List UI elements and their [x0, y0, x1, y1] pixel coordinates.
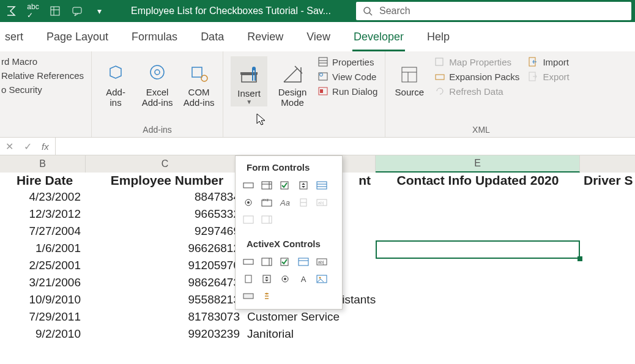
- fx-label[interactable]: fx: [42, 141, 49, 152]
- expansion-packs-button[interactable]: Expansion Packs: [434, 71, 519, 82]
- table-row[interactable]: 7/29/201181783073Customer Service: [0, 310, 635, 327]
- form-scrollbar-icon[interactable]: [297, 196, 310, 209]
- qat-customize-icon[interactable]: ▾: [92, 4, 106, 18]
- com-addins-button[interactable]: COM Add-ins: [182, 56, 215, 108]
- cell-hire-date[interactable]: 7/29/2011: [0, 310, 86, 327]
- cell-employee-number[interactable]: 9665332: [86, 207, 245, 224]
- cell-contact-info[interactable]: [376, 207, 580, 224]
- enter-formula-icon[interactable]: ✓: [18, 141, 37, 152]
- cell-employee-number[interactable]: 95588213: [86, 292, 245, 310]
- tab-formulas[interactable]: Formulas: [130, 27, 179, 51]
- cell-employee-number[interactable]: 98626473: [86, 275, 245, 292]
- cell-hire-date[interactable]: 9/2/2010: [0, 327, 86, 344]
- col-header-e[interactable]: E: [376, 155, 580, 173]
- form-label-icon[interactable]: Aa: [278, 196, 292, 209]
- cell-driver[interactable]: [580, 292, 635, 310]
- cell-driver[interactable]: [580, 258, 635, 275]
- ax-image-icon[interactable]: [315, 272, 329, 286]
- record-macro-button[interactable]: rd Macro: [1, 56, 84, 67]
- form-textfield-icon[interactable]: ab|: [315, 196, 329, 209]
- worksheet-grid[interactable]: B C E Hire Date Employee Number nt Conta…: [0, 155, 635, 344]
- ax-checkbox-icon[interactable]: [278, 255, 292, 269]
- excel-addins-button[interactable]: Excel Add-ins: [141, 56, 174, 108]
- cell-driver[interactable]: [580, 241, 635, 258]
- cell-hire-date[interactable]: 10/9/2010: [0, 292, 86, 310]
- ax-togglebutton-icon[interactable]: [242, 289, 255, 303]
- cell-employee-number[interactable]: 8847834: [86, 190, 245, 207]
- form-combo-list-icon[interactable]: [242, 213, 255, 226]
- design-mode-button[interactable]: Design Mode: [276, 56, 309, 108]
- cell-employee-number[interactable]: 96626812: [86, 241, 245, 258]
- form-groupbox-icon[interactable]: XYZ: [260, 196, 273, 209]
- col-header-c[interactable]: C: [86, 155, 245, 173]
- cell-driver[interactable]: [580, 207, 635, 224]
- refresh-data-button[interactable]: Refresh Data: [434, 86, 519, 97]
- tab-developer[interactable]: Developer: [352, 27, 405, 51]
- cell-driver[interactable]: [580, 275, 635, 292]
- comment-icon[interactable]: [70, 4, 84, 18]
- formula-input[interactable]: [55, 138, 635, 155]
- ax-optionbutton-icon[interactable]: [278, 272, 292, 286]
- map-properties-button[interactable]: Map Properties: [434, 56, 519, 67]
- cell-contact-info[interactable]: [376, 190, 580, 207]
- tab-help[interactable]: Help: [426, 27, 451, 51]
- cell-hire-date[interactable]: 2/25/2001: [0, 258, 86, 275]
- ax-spinbutton-icon[interactable]: [260, 272, 273, 286]
- properties-button[interactable]: Properties: [318, 56, 377, 67]
- cancel-formula-icon[interactable]: ✕: [0, 141, 18, 152]
- cell-driver[interactable]: [580, 327, 635, 344]
- search-box[interactable]: Search: [356, 2, 631, 20]
- ax-morecontrols-icon[interactable]: [260, 289, 273, 303]
- cell-contact-info[interactable]: [376, 258, 580, 275]
- addins-button[interactable]: Add- ins: [99, 56, 132, 108]
- cell-driver[interactable]: [580, 190, 635, 207]
- relative-references-button[interactable]: Relative References: [1, 70, 84, 81]
- col-header-f[interactable]: [580, 155, 635, 173]
- tab-view[interactable]: View: [305, 27, 332, 51]
- tab-review[interactable]: Review: [246, 27, 284, 51]
- run-dialog-button[interactable]: Run Dialog: [318, 86, 377, 97]
- source-button[interactable]: Source: [393, 56, 426, 97]
- ax-scrollbar-icon[interactable]: [242, 272, 255, 286]
- ax-textbox-icon[interactable]: ab|: [315, 255, 329, 269]
- cell-contact-info[interactable]: [376, 275, 580, 292]
- form-button-icon[interactable]: [242, 179, 255, 192]
- cell-driver[interactable]: [580, 310, 635, 327]
- cell-hire-date[interactable]: 1/6/2001: [0, 241, 86, 258]
- ax-combobox-icon[interactable]: [260, 255, 273, 269]
- cell-employee-number[interactable]: 91205970: [86, 258, 245, 275]
- tab-page-layout[interactable]: Page Layout: [45, 27, 110, 51]
- cell-employee-number[interactable]: 99203239: [86, 327, 245, 344]
- cell-department[interactable]: Janitorial: [245, 327, 376, 344]
- cell-hire-date[interactable]: 7/27/2004: [0, 224, 86, 241]
- pivottable-icon[interactable]: [48, 4, 62, 18]
- view-code-button[interactable]: View Code: [318, 71, 377, 82]
- cell-contact-info[interactable]: [376, 224, 580, 241]
- form-listbox-icon[interactable]: [315, 179, 329, 192]
- cell-contact-info[interactable]: [376, 327, 580, 344]
- form-spinner-icon[interactable]: [297, 179, 310, 192]
- form-checkbox-icon[interactable]: [278, 179, 292, 192]
- form-combobox-icon[interactable]: [260, 179, 273, 192]
- cell-contact-info[interactable]: [376, 292, 580, 310]
- cell-contact-info[interactable]: [376, 241, 580, 258]
- export-button[interactable]: Export: [528, 71, 569, 82]
- autosum-icon[interactable]: [4, 4, 18, 18]
- form-combo-dropdown-icon[interactable]: [260, 213, 273, 226]
- ax-commandbutton-icon[interactable]: [242, 255, 255, 269]
- insert-controls-button[interactable]: Insert ▼: [231, 56, 267, 106]
- ax-label-icon[interactable]: A: [297, 272, 310, 286]
- ax-listbox-icon[interactable]: [297, 255, 310, 269]
- cell-employee-number[interactable]: 9297469: [86, 224, 245, 241]
- table-row[interactable]: 9/2/201099203239Janitorial: [0, 327, 635, 344]
- cell-employee-number[interactable]: 81783073: [86, 310, 245, 327]
- spellcheck-icon[interactable]: abc✓: [26, 4, 40, 18]
- cell-driver[interactable]: [580, 224, 635, 241]
- cell-contact-info[interactable]: [376, 310, 580, 327]
- tab-data[interactable]: Data: [199, 27, 225, 51]
- form-optionbutton-icon[interactable]: [242, 196, 255, 209]
- macro-security-button[interactable]: o Security: [1, 84, 84, 95]
- cell-department[interactable]: Customer Service: [245, 310, 376, 327]
- tab-insert-partial[interactable]: sert: [4, 27, 24, 51]
- cell-hire-date[interactable]: 4/23/2002: [0, 190, 86, 207]
